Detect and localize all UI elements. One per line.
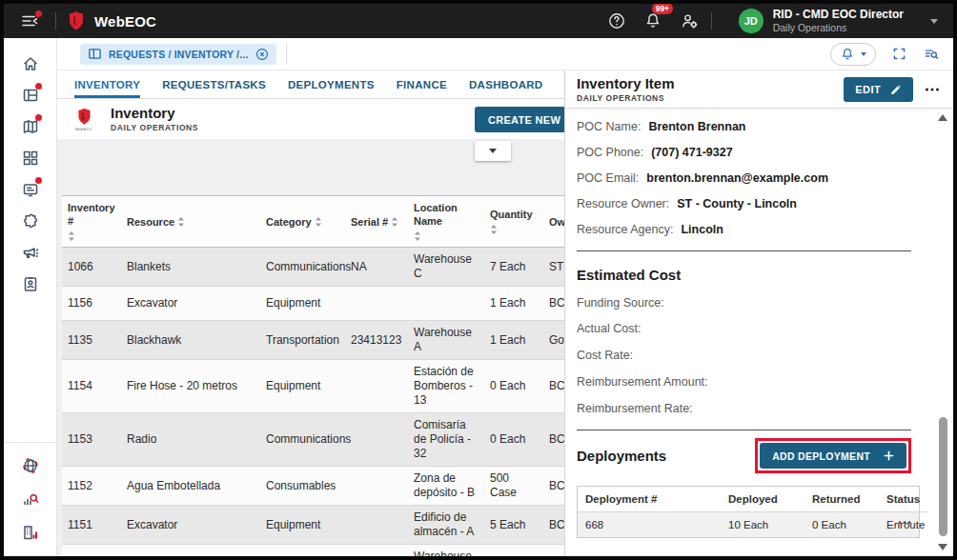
workspace-tab-label: REQUESTS / INVENTORY /... [109,49,249,60]
help-button[interactable] [607,11,626,30]
table-row[interactable]: 1135 Blackhawk Transportation 23413123 W… [62,321,565,360]
workspace-tab[interactable]: REQUESTS / INVENTORY /... [80,44,276,65]
column-header-resource[interactable]: Resource [121,196,260,247]
cell-category: Equipment [260,360,345,412]
column-header-serial[interactable]: Serial # [345,196,408,247]
cell-owner: BCM [543,467,565,505]
field-label: Actual Cost: [577,322,641,336]
cell-inventory-number: 1135 [62,321,121,359]
webeoc-board-logo-icon: WebEOC [71,108,97,131]
column-header-location[interactable]: Location Name [408,196,484,247]
edit-button[interactable]: EDIT [844,77,913,102]
sidebar-item-maps[interactable] [4,110,56,142]
scrollbar-thumb[interactable] [939,417,947,536]
menu-toggle-button[interactable] [17,10,44,32]
tab-finance[interactable]: FINANCE [397,70,447,98]
notification-count-badge: 99+ [652,3,673,14]
add-deployment-button[interactable]: ADD DEPLOYMENT [760,443,906,469]
table-row[interactable]: 1154 Fire Hose - 20 metros Equipment Est… [62,360,565,413]
alerts-subscription-dropdown[interactable] [830,43,876,66]
section-divider [577,430,911,430]
table-row[interactable]: 1066 Blankets Communications NA Warehous… [62,248,565,287]
row-menu-icon[interactable] [898,520,911,525]
board-titles: Inventory DAILY OPERATIONS [111,105,198,132]
sidebar-item-message-board[interactable] [4,173,56,205]
detail-scrollbar[interactable] [936,114,949,550]
sidebar-item-data-search[interactable] [4,482,56,515]
cell-location: Estación de Bomberos - 13 [408,360,484,412]
column-header-inventory-number[interactable]: Inventory # [62,196,121,247]
user-admin-button[interactable] [680,11,700,30]
cell-status: Enroute [879,512,932,537]
sidebar-item-globe[interactable] [4,449,56,482]
fullscreen-icon[interactable] [891,46,907,62]
sidebar-item-announcements[interactable] [4,236,56,268]
cell-serial [345,506,408,544]
tab-inventory[interactable]: INVENTORY [74,70,140,98]
cell-inventory-number: 1152 [62,467,121,505]
board-logo-text: WebEOC [75,127,92,131]
add-deployment-label: ADD DEPLOYMENT [772,450,870,462]
column-header-category[interactable]: Category [260,196,345,247]
cell-category: Consumables [260,467,345,505]
cell-serial [345,287,408,320]
table-row[interactable]: 1152 Agua Embotellada Consumables Zona d… [62,467,565,506]
column-header-owner[interactable]: Owner [543,196,565,247]
deployments-table: Deployment # Deployed Returned Status 66… [577,486,920,538]
tab-dashboard[interactable]: DASHBOARD [469,70,542,98]
sidebar-item-plugins[interactable] [4,205,56,236]
table-row[interactable]: 1153 Radio Communications Comisaría de P… [62,413,565,467]
cell-resource: Excavator [121,506,260,544]
cell-location: Warehouse A [408,545,484,556]
cell-quantity: 0 Each [484,360,543,412]
cell-inventory-number: 1151 [62,506,121,544]
topbar-divider [55,12,56,30]
alert-bell-icon [840,47,855,62]
deployment-row[interactable]: 668 10 Each 0 Each Enroute [578,512,919,537]
field-label: Reimbursement Amount: [577,375,708,390]
board-tabs: INVENTORY REQUESTS/TASKS DEPLOYMENTS FIN… [57,70,564,99]
field-value: ST - County - Lincoln [677,197,797,211]
sidebar-bottom-group [4,442,56,556]
cell-quantity: 1 Each [484,287,543,320]
field-value: (707) 471-9327 [651,146,732,160]
search-records-icon[interactable] [923,46,940,62]
cell-location: Zona de depósito - B [408,467,484,505]
sidebar-item-contacts[interactable] [4,268,56,299]
cell-owner: BCM [543,506,565,544]
detail-header: Inventory Item DAILY OPERATIONS EDIT [565,70,953,109]
scroll-down-icon[interactable] [938,544,947,550]
create-new-button[interactable]: CREATE NEW [475,107,565,132]
user-menu-caret-icon[interactable] [930,19,938,24]
tab-deployments[interactable]: DEPLOYMENTS [288,70,375,98]
tab-requests-tasks[interactable]: REQUESTS/TASKS [162,70,266,98]
field-label: POC Phone: [577,146,643,160]
sidebar-item-apps[interactable] [4,142,56,173]
scroll-up-icon[interactable] [938,114,947,121]
workspace-tab-bar: REQUESTS / INVENTORY /... [57,38,953,70]
cell-owner: MT - [543,545,565,556]
workspace-tab-close-icon[interactable] [255,48,269,61]
alerts-caret-icon [861,52,866,56]
cell-quantity: 5 Each [484,545,543,556]
avatar[interactable]: JD [739,9,764,33]
cell-quantity: 0 Each [484,413,543,466]
cell-returned: 0 Each [804,512,879,537]
plugins-icon [21,211,40,230]
create-new-dropdown-button[interactable] [475,141,511,161]
sidebar-item-boards[interactable] [4,79,56,110]
notifications-button[interactable]: 99+ [643,11,662,30]
inventory-table: Inventory # Resource Category Serial # L… [62,195,565,556]
sidebar-item-home[interactable] [4,48,56,79]
table-row[interactable]: 1156 Excavator Equipment 1 Each BCM [62,287,565,321]
more-options-icon[interactable] [925,87,940,92]
sidebar-item-org-analytics[interactable] [4,515,56,549]
cell-owner: ST - [543,248,565,286]
cell-location: Warehouse A [408,321,484,359]
deployments-header-row: Deployments ADD DEPLOYMENT [577,438,911,473]
workspace-tab-separator [286,44,287,65]
sort-icon [490,224,498,235]
table-row[interactable]: 1151 Excavator Equipment Edificio de alm… [62,506,565,545]
table-row[interactable]: 398 28" Safety Cones Other NA Warehouse … [62,545,565,556]
column-header-quantity[interactable]: Quantity [484,196,543,247]
